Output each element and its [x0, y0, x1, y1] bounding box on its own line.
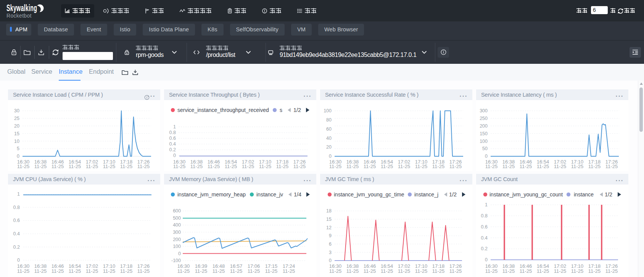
svg-text:1: 1: [485, 202, 488, 207]
svg-text:11-25: 11-25: [415, 164, 427, 169]
svg-text:instance_jvm_young_gc_time: instance_jvm_young_gc_time: [334, 191, 404, 198]
svg-text:1/2: 1/2: [605, 191, 612, 198]
svg-text:11-25: 11-25: [398, 164, 410, 169]
svg-text:instance_jv: instance_jv: [256, 191, 283, 198]
svg-text:11-25: 11-25: [248, 268, 260, 274]
svg-text:11-25: 11-25: [364, 268, 376, 274]
svg-text:11-25: 11-25: [34, 164, 47, 169]
svg-text:11-25: 11-25: [502, 268, 515, 274]
svg-text:0.4: 0.4: [13, 231, 20, 237]
svg-text:9: 9: [329, 233, 332, 238]
svg-text:40: 40: [326, 136, 332, 141]
svg-text:s: s: [280, 107, 282, 113]
svg-text:11-25: 11-25: [449, 164, 462, 169]
svg-text:10: 10: [14, 139, 19, 144]
svg-text:100: 100: [324, 108, 332, 113]
svg-text:5: 5: [17, 146, 19, 151]
svg-text:11-25: 11-25: [137, 268, 150, 274]
svg-text:11-25: 11-25: [276, 164, 288, 169]
svg-text:0.8: 0.8: [481, 213, 488, 219]
svg-text:11-25: 11-25: [120, 268, 132, 274]
svg-text:400: 400: [173, 222, 181, 228]
svg-text:11-25: 11-25: [537, 164, 549, 169]
svg-text:11-25: 11-25: [415, 268, 427, 274]
svg-text:11-25: 11-25: [520, 164, 532, 169]
svg-text:50: 50: [482, 146, 488, 151]
svg-text:1: 1: [17, 191, 20, 197]
svg-text:200: 200: [480, 123, 488, 129]
svg-text:0.4: 0.4: [169, 141, 176, 147]
svg-text:0.6: 0.6: [169, 136, 176, 141]
svg-text:11-25: 11-25: [502, 164, 515, 169]
svg-text:6: 6: [329, 241, 332, 247]
svg-text:11-25: 11-25: [432, 268, 444, 274]
svg-text:11-25: 11-25: [485, 164, 497, 169]
svg-text:instance_j: instance_j: [414, 191, 438, 198]
svg-text:instance_jvm_young_gc_count: instance_jvm_young_gc_count: [489, 191, 563, 198]
svg-text:0: 0: [485, 154, 488, 159]
svg-text:11-25: 11-25: [190, 164, 203, 169]
svg-text:11-25: 11-25: [173, 164, 185, 169]
svg-text:11-25: 11-25: [52, 164, 64, 169]
svg-text:25: 25: [14, 116, 19, 121]
svg-text:11-25: 11-25: [329, 164, 341, 169]
svg-text:500: 500: [173, 215, 181, 221]
svg-text:20: 20: [326, 144, 332, 150]
svg-text:11-25: 11-25: [230, 268, 242, 274]
svg-text:300: 300: [173, 230, 181, 235]
svg-text:3: 3: [329, 250, 332, 255]
svg-text:11-25: 11-25: [208, 164, 220, 169]
svg-text:11-25: 11-25: [381, 164, 393, 169]
svg-text:600: 600: [173, 208, 181, 214]
svg-text:18: 18: [326, 208, 332, 214]
svg-text:11-25: 11-25: [69, 164, 81, 169]
svg-text:11-25: 11-25: [265, 268, 277, 274]
svg-text:11-25: 11-25: [346, 268, 359, 274]
svg-text:11-25: 11-25: [17, 164, 29, 169]
svg-text:15: 15: [14, 131, 19, 136]
svg-text:12: 12: [326, 225, 332, 230]
svg-text:11-25: 11-25: [364, 164, 376, 169]
svg-text:150: 150: [480, 131, 488, 136]
svg-text:11-25: 11-25: [120, 164, 132, 169]
svg-text:0: 0: [485, 257, 488, 262]
svg-text:1: 1: [173, 124, 176, 130]
svg-text:0.2: 0.2: [169, 147, 176, 152]
svg-text:11-25: 11-25: [103, 268, 115, 274]
svg-text:11-25: 11-25: [329, 268, 341, 274]
svg-text:0: 0: [17, 154, 19, 159]
svg-text:250: 250: [480, 116, 488, 121]
svg-text:0: 0: [17, 258, 20, 263]
svg-text:11-25: 11-25: [293, 164, 306, 169]
svg-text:11-25: 11-25: [346, 164, 359, 169]
svg-text:11-25: 11-25: [605, 164, 618, 169]
svg-text:60: 60: [326, 126, 332, 132]
svg-text:11-25: 11-25: [520, 268, 532, 274]
svg-text:11-25: 11-25: [86, 268, 98, 274]
svg-text:20: 20: [14, 123, 19, 129]
svg-text:11-25: 11-25: [34, 268, 47, 274]
svg-text:11-25: 11-25: [605, 268, 618, 274]
svg-text:0.8: 0.8: [13, 205, 20, 210]
svg-text:11-25: 11-25: [225, 164, 237, 169]
svg-text:11-25: 11-25: [17, 268, 29, 274]
svg-text:11-25: 11-25: [588, 268, 601, 274]
svg-text:11-25: 11-25: [137, 164, 150, 169]
svg-text:0: 0: [178, 251, 181, 256]
svg-text:0: 0: [329, 258, 332, 263]
svg-text:instance: instance: [574, 191, 594, 198]
svg-text:0.6: 0.6: [13, 218, 20, 223]
svg-text:1/2: 1/2: [449, 191, 457, 198]
svg-text:80: 80: [326, 117, 332, 123]
svg-text:11-25: 11-25: [195, 268, 207, 274]
svg-text:11-25: 11-25: [537, 268, 549, 274]
svg-text:11-25: 11-25: [86, 164, 98, 169]
svg-text:100: 100: [480, 139, 488, 144]
svg-text:11-25: 11-25: [485, 268, 497, 274]
svg-text:11-25: 11-25: [103, 164, 115, 169]
svg-text:30: 30: [14, 108, 19, 113]
svg-text:1/4: 1/4: [294, 191, 301, 198]
svg-text:11-25: 11-25: [242, 164, 254, 169]
svg-text:0.2: 0.2: [481, 246, 488, 251]
svg-text:11-25: 11-25: [554, 268, 566, 274]
